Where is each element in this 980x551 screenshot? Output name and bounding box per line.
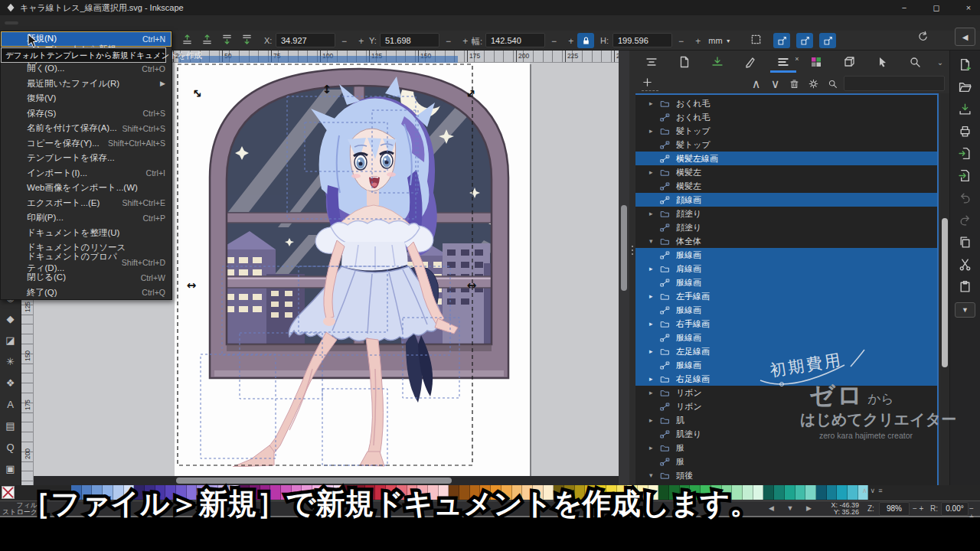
height-stepper[interactable]: − + [678, 36, 705, 47]
close-button[interactable]: × [951, 0, 980, 15]
tab-overflow-chevron[interactable]: ⌄ [931, 58, 949, 67]
file-menu-item[interactable]: 終了(Q) Ctrl+Q [1, 285, 172, 301]
zoom-input[interactable]: 98% [879, 502, 910, 516]
menu-item[interactable] [115, 21, 129, 24]
layer-row[interactable]: おくれ毛 [635, 110, 939, 124]
toolbox-tool[interactable]: ▤ [3, 419, 18, 433]
raise-to-top-button[interactable] [181, 34, 197, 47]
color-swatch[interactable] [774, 485, 785, 500]
color-swatch[interactable] [805, 485, 816, 500]
palette-scroll-down[interactable]: ∨ [871, 487, 876, 494]
save-button[interactable] [959, 103, 972, 116]
toolbox-tool[interactable]: Q [3, 441, 18, 455]
layer-row[interactable]: 服線画 [635, 276, 939, 289]
file-menu-item[interactable]: エクスポート...(E) Shift+Ctrl+E [1, 196, 172, 211]
document-page[interactable]: ↕ ↔ ↔ ↔ ↔ [175, 63, 530, 476]
print-button[interactable] [959, 125, 972, 138]
expander-icon[interactable]: ▸ [649, 265, 660, 272]
zoom-stepper[interactable]: − + [913, 504, 923, 513]
color-swatch[interactable] [816, 485, 827, 500]
new-document-button[interactable] [959, 58, 972, 71]
paste-button[interactable] [959, 280, 972, 293]
layer-settings-button[interactable] [804, 76, 823, 91]
layer-row[interactable]: 肌塗り [635, 427, 939, 441]
file-menu-item[interactable]: 保存(S) Ctrl+S [1, 106, 172, 122]
selectors-tab[interactable] [865, 51, 898, 73]
search-layers-button[interactable] [823, 76, 842, 91]
file-menu-item[interactable]: Web画像をインポート...(W) [1, 181, 172, 196]
layer-row[interactable]: 服線画 [635, 358, 939, 372]
expander-icon[interactable]: ▸ [649, 375, 660, 383]
y-input[interactable]: 51.698 [380, 33, 439, 47]
width-input[interactable]: 142.540 [485, 33, 545, 47]
vertical-scrollbar[interactable] [619, 51, 629, 485]
file-menu-item[interactable]: 復帰(V) [1, 91, 172, 106]
expander-icon[interactable]: ▸ [649, 347, 660, 355]
expander-icon[interactable]: ▸ [649, 444, 660, 452]
menu-item[interactable] [87, 21, 101, 24]
palette-drop-arrow[interactable]: ▼ [787, 504, 794, 512]
color-swatch[interactable] [837, 485, 848, 500]
layer-row[interactable]: ▸ 右足線画 [635, 372, 939, 386]
toolbox-tool[interactable]: ✳ [3, 355, 18, 369]
open-button[interactable] [959, 80, 972, 93]
find-tab[interactable] [898, 51, 931, 73]
cut-button[interactable] [959, 258, 972, 271]
minimize-button[interactable]: − [887, 0, 922, 15]
raise-button[interactable] [201, 34, 217, 47]
layer-row[interactable]: ▾ 頭後 [635, 468, 939, 482]
toolbox-tool[interactable]: ❖ [3, 377, 18, 390]
toolbox-tool[interactable]: ▣ [3, 462, 18, 476]
expander-icon[interactable]: ▸ [649, 389, 660, 396]
layer-row[interactable]: ▸ 髪トップ [635, 124, 939, 138]
rotation-input[interactable]: 0.00° [941, 502, 969, 516]
expander-icon[interactable]: ▸ [649, 127, 660, 135]
collapse-dock-button[interactable]: ◀ [955, 28, 975, 46]
duplicate-button[interactable] [959, 236, 972, 249]
document-properties-tab[interactable] [668, 51, 701, 73]
layer-row[interactable]: 服 [635, 455, 939, 468]
x-stepper[interactable]: − + [341, 36, 368, 47]
layers-scrollbar[interactable] [940, 93, 949, 485]
palette-next-arrow[interactable]: ▶ [806, 504, 812, 512]
palette-menu-icon[interactable]: ≡ [878, 487, 882, 494]
close-tab-icon[interactable]: × [795, 55, 799, 63]
move-layer-up-button[interactable]: ∧ [746, 76, 766, 91]
expander-icon[interactable]: ▸ [649, 292, 660, 300]
snap-options-icon[interactable] [917, 31, 931, 44]
file-menu-item[interactable]: ドキュメントを整理(U) [1, 226, 172, 241]
expander-icon[interactable]: ▸ [649, 416, 660, 424]
layer-row[interactable]: リボン [635, 399, 939, 413]
toolbox-tool[interactable]: A [3, 398, 18, 412]
menu-item[interactable] [18, 21, 32, 24]
swatches-tab[interactable] [799, 51, 832, 73]
layer-row[interactable]: ▸ リボン [635, 386, 939, 399]
lower-button[interactable] [221, 34, 237, 47]
selection-touch-icon[interactable] [750, 34, 766, 47]
file-menu-item[interactable]: 開く(O)... Ctrl+O [1, 61, 172, 77]
menu-item[interactable] [101, 21, 115, 24]
layer-row[interactable]: ▸ 肩線画 [635, 262, 939, 276]
layer-row[interactable]: 横髪左線画 [635, 152, 939, 165]
redo-button[interactable] [959, 214, 972, 227]
objects-tab[interactable] [832, 51, 865, 73]
expander-icon[interactable]: ▸ [649, 320, 660, 328]
menu-item[interactable] [60, 21, 74, 24]
layer-row[interactable]: ▸ 左足線画 [635, 344, 939, 358]
trace-tab[interactable] [734, 51, 767, 73]
file-menu-item[interactable]: コピーを保存(Y)... Shift+Ctrl+Alt+S [1, 136, 172, 152]
expander-icon[interactable]: ▸ [649, 168, 660, 176]
dock-splitter[interactable] [629, 51, 635, 485]
y-stepper[interactable]: − + [446, 36, 472, 47]
no-color-swatch[interactable] [2, 486, 15, 499]
color-swatch[interactable] [827, 485, 838, 500]
import-tab[interactable] [701, 51, 734, 73]
units-dropdown[interactable]: mm ▼ [704, 34, 735, 47]
undo-button[interactable] [959, 191, 972, 204]
layer-row[interactable]: 服線画 [635, 248, 939, 262]
palette-scroll-up[interactable]: ∧ [862, 487, 867, 494]
layer-row[interactable]: 髪トップ [635, 138, 939, 152]
color-swatch[interactable] [795, 485, 806, 500]
scale-gradient-toggle[interactable] [819, 33, 836, 48]
menu-item[interactable] [5, 21, 18, 24]
